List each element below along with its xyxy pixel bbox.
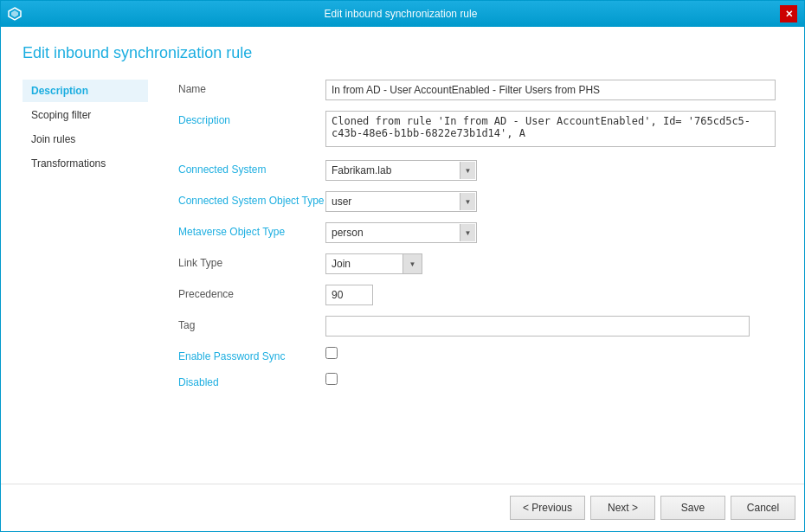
- sidebar-item-join-rules[interactable]: Join rules: [23, 128, 148, 151]
- precedence-control: [325, 285, 776, 305]
- tag-label: Tag: [178, 316, 325, 331]
- form-area: Name Description Cloned from rule 'In fr…: [161, 80, 782, 475]
- cancel-button[interactable]: Cancel: [731, 496, 795, 520]
- mv-object-type-control: person ▼: [325, 222, 776, 243]
- name-row: Name: [178, 80, 782, 100]
- tag-input[interactable]: [325, 316, 750, 337]
- mv-object-type-select-wrapper: person ▼: [325, 222, 477, 243]
- sidebar-item-description[interactable]: Description: [23, 80, 148, 102]
- cs-object-type-row: Connected System Object Type user ▼: [178, 191, 782, 212]
- sidebar: Description Scoping filter Join rules Tr…: [23, 80, 161, 475]
- disabled-row: Disabled: [178, 373, 782, 388]
- enable-password-sync-label: Enable Password Sync: [178, 347, 325, 362]
- mv-object-type-row: Metaverse Object Type person ▼: [178, 222, 782, 243]
- next-button[interactable]: Next >: [590, 496, 655, 520]
- link-type-row: Link Type Join ▼: [178, 253, 782, 274]
- description-input[interactable]: Cloned from rule 'In from AD - User Acco…: [325, 111, 776, 147]
- footer: < Previous Next > Save Cancel: [1, 484, 804, 531]
- title-bar: Edit inbound synchronization rule ✕: [1, 1, 804, 27]
- disabled-control: [325, 373, 776, 385]
- connected-system-label: Connected System: [178, 160, 325, 176]
- content-area: Edit inbound synchronization rule Descri…: [1, 27, 804, 484]
- disabled-checkbox-wrapper: [325, 373, 776, 385]
- name-input[interactable]: [325, 80, 776, 100]
- sidebar-item-scoping-filter[interactable]: Scoping filter: [23, 104, 148, 126]
- enable-password-sync-checkbox-wrapper: [325, 347, 776, 359]
- link-type-select[interactable]: Join: [325, 253, 403, 274]
- connected-system-select[interactable]: Fabrikam.lab: [325, 160, 477, 181]
- cs-object-type-control: user ▼: [325, 191, 776, 212]
- link-type-control: Join ▼: [325, 253, 776, 274]
- precedence-row: Precedence: [178, 285, 782, 305]
- name-control: [325, 80, 776, 100]
- page-title: Edit inbound synchronization rule: [23, 44, 782, 62]
- enable-password-sync-control: [325, 347, 776, 359]
- tag-row: Tag: [178, 316, 782, 337]
- precedence-input[interactable]: [325, 285, 373, 305]
- tag-control: [325, 316, 776, 337]
- name-label: Name: [178, 80, 325, 95]
- window-icon: [8, 7, 22, 21]
- connected-system-row: Connected System Fabrikam.lab ▼: [178, 160, 782, 181]
- description-row: Description Cloned from rule 'In from AD…: [178, 111, 782, 150]
- disabled-checkbox[interactable]: [325, 373, 338, 385]
- connected-system-control: Fabrikam.lab ▼: [325, 160, 776, 181]
- mv-object-type-select[interactable]: person: [325, 222, 477, 243]
- main-window: Edit inbound synchronization rule ✕ Edit…: [0, 0, 805, 532]
- enable-password-sync-row: Enable Password Sync: [178, 347, 782, 362]
- save-button[interactable]: Save: [660, 496, 725, 520]
- svg-marker-1: [11, 10, 18, 17]
- sidebar-item-transformations[interactable]: Transformations: [23, 152, 148, 175]
- previous-button[interactable]: < Previous: [510, 496, 585, 520]
- description-label: Description: [178, 111, 325, 126]
- cs-object-type-label: Connected System Object Type: [178, 191, 325, 207]
- enable-password-sync-checkbox[interactable]: [325, 347, 338, 359]
- cs-object-type-select[interactable]: user: [325, 191, 477, 212]
- link-type-wrapper: Join ▼: [325, 253, 429, 274]
- close-button[interactable]: ✕: [780, 5, 797, 22]
- mv-object-type-label: Metaverse Object Type: [178, 222, 325, 238]
- description-control: Cloned from rule 'In from AD - User Acco…: [325, 111, 776, 150]
- cs-object-type-select-wrapper: user ▼: [325, 191, 477, 212]
- connected-system-select-wrapper: Fabrikam.lab ▼: [325, 160, 477, 181]
- link-type-arrow-icon: ▼: [403, 253, 422, 274]
- precedence-label: Precedence: [178, 285, 325, 300]
- link-type-label: Link Type: [178, 253, 325, 269]
- main-content: Description Scoping filter Join rules Tr…: [23, 80, 782, 475]
- window-title: Edit inbound synchronization rule: [22, 8, 780, 20]
- disabled-label: Disabled: [178, 373, 325, 388]
